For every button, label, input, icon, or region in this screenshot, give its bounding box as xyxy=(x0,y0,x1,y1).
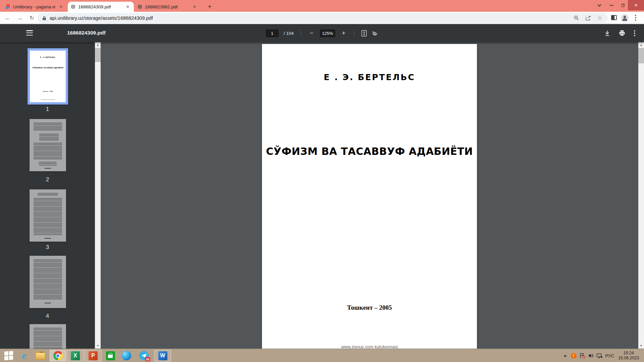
tab-close-icon[interactable]: × xyxy=(192,4,198,10)
pdf-action-buttons xyxy=(604,24,635,42)
thumbnail-label-1: 1 xyxy=(0,106,95,113)
url-text[interactable]: api.unilibrary.uz/storage/assets/1686824… xyxy=(50,15,574,21)
thumbnail-page-1[interactable]: Е . Э. БЕРТЕЛЬС СЎФИЗМ ВА ТАСАВВУФ АДАБИ… xyxy=(28,48,68,105)
forward-icon[interactable]: → xyxy=(15,14,24,22)
document-imprint: Тошкент – 2005 xyxy=(262,304,477,311)
fake-footer-line xyxy=(45,238,51,239)
pdf-more-menu-icon[interactable] xyxy=(634,30,635,32)
profile-avatar[interactable] xyxy=(621,14,629,23)
tray-notification-button[interactable]: ! xyxy=(570,350,578,361)
start-button[interactable] xyxy=(2,350,15,361)
share-icon[interactable] xyxy=(585,15,591,21)
rotate-icon[interactable] xyxy=(372,30,378,37)
thumbnail-label-2: 2 xyxy=(0,176,95,183)
pdf-filename: 1686824309.pdf xyxy=(67,30,106,36)
thumbnail-page-5[interactable] xyxy=(30,324,66,349)
restore-button[interactable] xyxy=(618,0,628,10)
tab-1686824309-pdf[interactable]: 1686824309.pdf × xyxy=(68,2,134,12)
document-author: Е . Э. БЕРТЕЛЬС xyxy=(262,72,477,82)
scroll-down-icon[interactable]: ▼ xyxy=(638,343,644,349)
scrollbar-thumb[interactable] xyxy=(95,48,101,62)
word-button[interactable]: W xyxy=(154,350,171,361)
zoom-out-icon[interactable]: − xyxy=(308,29,315,37)
telegram-badge: 25 xyxy=(145,357,150,361)
fake-footer-line xyxy=(45,303,51,303)
chevron-up-icon xyxy=(564,355,567,357)
zoom-level: 125% xyxy=(320,29,335,37)
tab-title: 1686823962.pdf xyxy=(145,4,189,9)
telegram-button[interactable]: 25 xyxy=(136,350,152,361)
tray-language-button[interactable]: РУС xyxy=(604,350,616,361)
file-explorer-button[interactable] xyxy=(34,350,47,361)
store-icon xyxy=(106,351,115,360)
lock-icon[interactable] xyxy=(42,16,46,20)
side-panel-icon[interactable] xyxy=(611,15,617,20)
divider xyxy=(354,30,355,37)
pdf-page-controls: / 104 − 125% + xyxy=(266,24,378,42)
scroll-up-icon[interactable]: ▲ xyxy=(638,42,644,48)
tray-network-button[interactable] xyxy=(595,350,604,361)
zoom-in-icon[interactable]: + xyxy=(340,29,347,37)
flag-warning-icon xyxy=(579,353,586,359)
internet-explorer-icon: e xyxy=(22,351,26,361)
thumbnail-label-4: 4 xyxy=(0,313,95,319)
browser-menu-icon[interactable] xyxy=(635,15,636,16)
tab-1686823962-pdf[interactable]: 1686823962.pdf × xyxy=(135,2,201,12)
edge-button[interactable] xyxy=(119,350,133,361)
scroll-up-icon[interactable]: ▲ xyxy=(95,42,101,48)
thumbnail-sidebar: Е . Э. БЕРТЕЛЬС СЎФИЗМ ВА ТАСАВВУФ АДАБИ… xyxy=(0,42,95,349)
window-controls: × xyxy=(593,0,644,10)
print-icon[interactable] xyxy=(619,30,625,36)
globe-favicon-icon xyxy=(71,4,75,9)
fake-text-block xyxy=(38,193,58,196)
fake-text-block xyxy=(34,328,62,349)
divider xyxy=(301,30,301,37)
tray-volume-button[interactable] xyxy=(587,350,595,361)
browser-toolbar: ← → ↻ api.unilibrary.uz/storage/assets/1… xyxy=(0,12,644,24)
tray-action-center-button[interactable] xyxy=(578,350,586,361)
clock-time: 15:24 xyxy=(618,351,639,356)
scrollbar-thumb[interactable] xyxy=(638,48,644,63)
bookmark-star-icon[interactable]: ☆ xyxy=(597,15,602,21)
page-number-input[interactable] xyxy=(266,29,278,37)
clock-date: 15.06.2023 xyxy=(618,356,639,361)
internet-explorer-button[interactable]: e xyxy=(17,350,31,361)
thumbnail-page-4[interactable] xyxy=(30,256,66,308)
mini-footer-line xyxy=(41,100,55,100)
excel-button[interactable]: X xyxy=(67,350,84,361)
thumbnail-page-1-preview: Е . Э. БЕРТЕЛЬС СЎФИЗМ ВА ТАСАВВУФ АДАБИ… xyxy=(30,51,66,102)
tab-close-icon[interactable]: × xyxy=(58,4,64,10)
avatar-person-icon xyxy=(621,14,629,22)
powerpoint-button[interactable]: P xyxy=(85,350,102,361)
microsoft-store-button[interactable] xyxy=(103,350,117,361)
main-scrollbar[interactable]: ▲ ▼ xyxy=(638,42,644,349)
zoom-page-icon[interactable] xyxy=(574,15,579,21)
chrome-button[interactable] xyxy=(50,350,66,361)
minimize-button[interactable] xyxy=(605,0,618,10)
folder-icon xyxy=(36,353,45,360)
tab-search-chevron-icon[interactable] xyxy=(593,0,605,10)
tray-clock[interactable]: 15:24 15.06.2023 xyxy=(616,350,641,361)
document-footer: www.ziyouz.com kutubxonasi xyxy=(262,344,477,349)
close-button[interactable]: × xyxy=(628,0,644,10)
thumbnail-page-3[interactable] xyxy=(30,189,66,242)
thumbnail-page-2[interactable] xyxy=(30,119,66,171)
mini-imprint: Тошкент – 2005 xyxy=(30,90,66,92)
tab-close-icon[interactable]: × xyxy=(125,4,131,10)
tray-show-hidden-icons[interactable] xyxy=(561,350,569,361)
download-icon[interactable] xyxy=(604,30,610,36)
tab-unilibrary[interactable]: Unilibrary - yagona elektron kutu × xyxy=(3,2,67,12)
sidebar-scrollbar[interactable]: ▲ ▼ xyxy=(95,42,101,349)
fake-text-block xyxy=(39,134,59,140)
speaker-icon xyxy=(588,353,594,358)
fake-text-block xyxy=(39,162,57,166)
scroll-down-icon[interactable]: ▼ xyxy=(95,343,101,349)
network-icon xyxy=(596,353,603,359)
chrome-icon xyxy=(53,351,63,360)
address-bar[interactable]: api.unilibrary.uz/storage/assets/1686824… xyxy=(38,13,608,23)
menu-hamburger-icon[interactable] xyxy=(26,30,33,36)
fit-to-page-icon[interactable] xyxy=(362,30,367,37)
reload-icon[interactable]: ↻ xyxy=(28,14,36,22)
back-icon[interactable]: ← xyxy=(3,14,12,22)
new-tab-button[interactable]: + xyxy=(205,3,214,11)
